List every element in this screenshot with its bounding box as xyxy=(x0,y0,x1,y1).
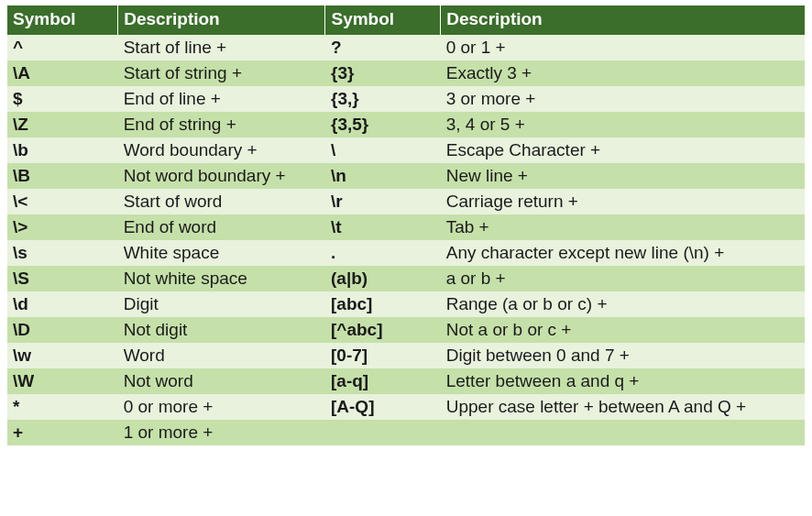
description-cell: Letter between a and q + xyxy=(441,368,805,394)
symbol-cell: $ xyxy=(7,86,118,112)
description-cell: Start of line + xyxy=(118,35,325,60)
symbol-cell: {3,5} xyxy=(325,112,441,137)
description-cell: 3, 4 or 5 + xyxy=(441,112,805,137)
symbol-cell: [A-Q] xyxy=(325,394,441,420)
table-row: \w Word [0-7] Digit between 0 and 7 + xyxy=(7,343,805,368)
description-cell: New line + xyxy=(441,163,805,189)
description-cell: Not white space xyxy=(118,266,325,291)
symbol-cell: \d xyxy=(7,291,118,317)
description-cell: Digit between 0 and 7 + xyxy=(441,343,805,368)
description-cell: Start of string + xyxy=(118,60,325,86)
description-cell: Any character except new line (\n) + xyxy=(441,240,805,266)
header-description-2: Description xyxy=(441,5,805,35)
description-cell: Word boundary + xyxy=(118,137,325,163)
description-cell: End of string + xyxy=(118,112,325,137)
header-symbol-1: Symbol xyxy=(7,5,118,35)
description-cell: Word xyxy=(118,343,325,368)
table-row: * 0 or more + [A-Q] Upper case letter + … xyxy=(7,394,805,420)
table-row: \A Start of string + {3} Exactly 3 + xyxy=(7,60,805,86)
header-description-1: Description xyxy=(118,5,325,35)
description-cell xyxy=(441,420,805,445)
table-row: ^ Start of line + ? 0 or 1 + xyxy=(7,35,805,60)
symbol-cell: \s xyxy=(7,240,118,266)
description-cell: End of word xyxy=(118,214,325,240)
description-cell: 0 or 1 + xyxy=(441,35,805,60)
symbol-cell: ^ xyxy=(7,35,118,60)
symbol-cell: [^abc] xyxy=(325,317,441,343)
symbol-cell: \A xyxy=(7,60,118,86)
symbol-cell: \> xyxy=(7,214,118,240)
symbol-cell: [abc] xyxy=(325,291,441,317)
table-row: \B Not word boundary + \n New line + xyxy=(7,163,805,189)
symbol-cell: \< xyxy=(7,189,118,214)
table-row: \D Not digit [^abc] Not a or b or c + xyxy=(7,317,805,343)
header-row: Symbol Description Symbol Description xyxy=(7,5,805,35)
description-cell: Start of word xyxy=(118,189,325,214)
reference-table: Symbol Description Symbol Description ^ … xyxy=(7,5,805,445)
table-row: \s White space . Any character except ne… xyxy=(7,240,805,266)
symbol-cell: * xyxy=(7,394,118,420)
description-cell: Escape Character + xyxy=(441,137,805,163)
table-row: \Z End of string + {3,5} 3, 4 or 5 + xyxy=(7,112,805,137)
symbol-cell: \ xyxy=(325,137,441,163)
description-cell: Not word boundary + xyxy=(118,163,325,189)
description-cell: Range (a or b or c) + xyxy=(441,291,805,317)
symbol-cell: {3,} xyxy=(325,86,441,112)
table-row: \S Not white space (a|b) a or b + xyxy=(7,266,805,291)
table-row: + 1 or more + xyxy=(7,420,805,445)
description-cell: 3 or more + xyxy=(441,86,805,112)
description-cell: Exactly 3 + xyxy=(441,60,805,86)
description-cell: Not word xyxy=(118,368,325,394)
regex-reference-table: Symbol Description Symbol Description ^ … xyxy=(0,0,812,516)
symbol-cell: \r xyxy=(325,189,441,214)
description-cell: a or b + xyxy=(441,266,805,291)
symbol-cell: + xyxy=(7,420,118,445)
header-symbol-2: Symbol xyxy=(325,5,441,35)
description-cell: Tab + xyxy=(441,214,805,240)
symbol-cell: \S xyxy=(7,266,118,291)
symbol-cell: \w xyxy=(7,343,118,368)
symbol-cell: {3} xyxy=(325,60,441,86)
symbol-cell: (a|b) xyxy=(325,266,441,291)
table-row: \d Digit [abc] Range (a or b or c) + xyxy=(7,291,805,317)
description-cell: Carriage return + xyxy=(441,189,805,214)
symbol-cell: \Z xyxy=(7,112,118,137)
symbol-cell: \W xyxy=(7,368,118,394)
description-cell: 1 or more + xyxy=(118,420,325,445)
table-row: \> End of word \t Tab + xyxy=(7,214,805,240)
symbol-cell: [0-7] xyxy=(325,343,441,368)
table-row: $ End of line + {3,} 3 or more + xyxy=(7,86,805,112)
symbol-cell: [a-q] xyxy=(325,368,441,394)
description-cell: Digit xyxy=(118,291,325,317)
description-cell: End of line + xyxy=(118,86,325,112)
symbol-cell: \b xyxy=(7,137,118,163)
description-cell: Not a or b or c + xyxy=(441,317,805,343)
symbol-cell xyxy=(325,420,441,445)
symbol-cell: \n xyxy=(325,163,441,189)
description-cell: Not digit xyxy=(118,317,325,343)
table-row: \b Word boundary + \ Escape Character + xyxy=(7,137,805,163)
description-cell: Upper case letter + between A and Q + xyxy=(441,394,805,420)
symbol-cell: ? xyxy=(325,35,441,60)
symbol-cell: . xyxy=(325,240,441,266)
symbol-cell: \B xyxy=(7,163,118,189)
description-cell: 0 or more + xyxy=(118,394,325,420)
table-row: \< Start of word \r Carriage return + xyxy=(7,189,805,214)
table-row: \W Not word [a-q] Letter between a and q… xyxy=(7,368,805,394)
symbol-cell: \D xyxy=(7,317,118,343)
description-cell: White space xyxy=(118,240,325,266)
symbol-cell: \t xyxy=(325,214,441,240)
